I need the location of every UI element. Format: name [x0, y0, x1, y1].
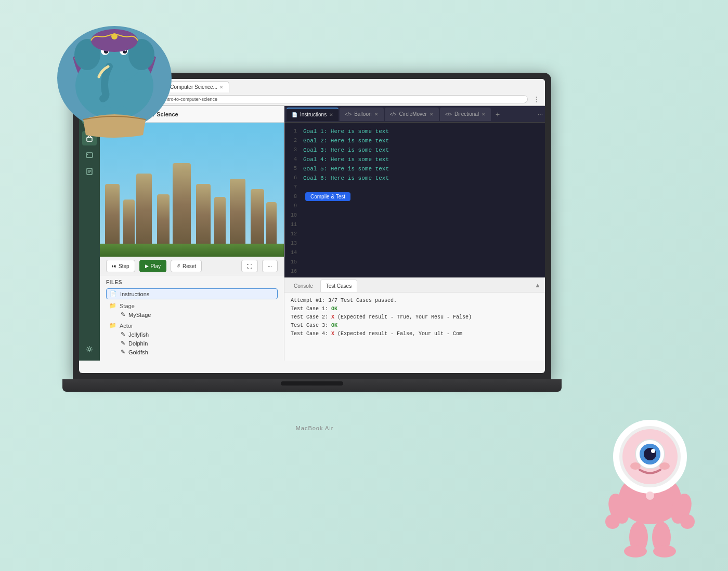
code-line-14: 14 [284, 248, 545, 258]
code-line-9: 9 [284, 202, 545, 211]
directional-tab-icon: </> [445, 112, 452, 117]
step-button[interactable]: ⏭ Step [106, 260, 135, 272]
directional-tab-label: Directional [454, 111, 479, 117]
file-item-dolphin[interactable]: ✎ Dolphin [106, 339, 278, 348]
sidebar-item-book[interactable] [82, 164, 97, 179]
svg-point-22 [651, 449, 655, 453]
line-number: 4 [289, 155, 303, 164]
rock-pillar [266, 202, 277, 246]
editor-tab-more-button[interactable]: ··· [538, 111, 543, 118]
compile-test-button[interactable]: Compile & Test [305, 192, 350, 201]
console-line: Test Case 2: X (Expected result - True, … [291, 313, 539, 322]
play-label: Play [151, 263, 161, 269]
more-options-button[interactable]: ··· [262, 260, 278, 272]
file-section-stage-header[interactable]: 📁 Stage [106, 301, 278, 310]
laptop-notch [281, 381, 343, 386]
file-section-stage: 📁 Stage ✎ MyStage [106, 301, 278, 319]
right-panel: 📄 Instructions ✕ </> Balloon ✕ </> Circl… [284, 106, 545, 361]
jellyfish-edit-icon: ✎ [121, 331, 125, 338]
line-number: 15 [289, 258, 303, 267]
line-content: Goal 6: Here is some text [303, 174, 389, 183]
console-content: Attempt #1: 3/7 Test Cases passed.Test C… [284, 293, 545, 361]
status-fail: X [331, 331, 334, 337]
game-controls: ⏭ Step ▶ Play ↺ Reset ⛶ ··· [100, 257, 284, 275]
reset-button[interactable]: ↺ Reset [171, 260, 202, 272]
goldfsh-edit-icon: ✎ [121, 349, 125, 355]
line-number: 2 [289, 136, 303, 145]
rock-pillar [157, 194, 170, 246]
code-line-4: 4Goal 4: Here is some text [284, 155, 545, 164]
editor-tab-instructions[interactable]: 📄 Instructions ✕ [287, 108, 339, 121]
line-content: Goal 3: Here is some text [303, 145, 389, 155]
line-number: 3 [289, 145, 303, 155]
svg-point-23 [630, 462, 641, 470]
editor-tabs: 📄 Instructions ✕ </> Balloon ✕ </> Circl… [284, 106, 545, 123]
play-button[interactable]: ▶ Play [139, 260, 166, 272]
balloon-tab-close[interactable]: ✕ [374, 112, 379, 117]
console-tab-label: Console [294, 283, 313, 289]
robot-mascot [593, 384, 707, 561]
add-tab-button[interactable]: + [492, 109, 503, 120]
code-line-13: 13 [284, 239, 545, 248]
balloon-tab-label: Balloon [354, 111, 371, 117]
instructions-tab-icon: 📄 [292, 112, 297, 117]
editor-tab-balloon[interactable]: </> Balloon ✕ [340, 108, 383, 121]
file-item-goldfsh[interactable]: ✎ Goldfsh [106, 348, 278, 356]
files-panel: Files 📄 Instructions 📁 Stage ✎ [100, 275, 284, 361]
dolphin-edit-icon: ✎ [121, 340, 125, 347]
mystage-edit-icon: ✎ [121, 311, 125, 318]
testcases-tab-label: Test Cases [326, 283, 352, 289]
fullscreen-button[interactable]: ⛶ [241, 260, 258, 272]
jellyfish-label: Jellyfish [128, 331, 149, 338]
line-number: 13 [289, 239, 303, 248]
step-icon: ⏭ [112, 263, 116, 269]
macbook-label: MacBook Air [296, 425, 334, 431]
instructions-tab-label: Instructions [300, 112, 327, 117]
code-editor[interactable]: 1Goal 1: Here is some text2Goal 2: Here … [284, 123, 545, 277]
editor-tab-circlemover[interactable]: </> CircleMover ✕ [385, 108, 439, 121]
files-header: Files [106, 280, 278, 285]
file-item-jellyfish[interactable]: ✎ Jellyfish [106, 330, 278, 339]
tab-close-button[interactable]: ✕ [219, 85, 224, 90]
line-number: 8 [289, 192, 303, 202]
instructions-tab-close[interactable]: ✕ [329, 112, 333, 117]
console-panel: Console Test Cases ▲ Attempt #1: 3/7 Tes… [284, 277, 545, 361]
line-number: 12 [289, 230, 303, 239]
rock-pillar [196, 184, 211, 246]
rock-pillar [173, 163, 191, 246]
console-tab-console[interactable]: Console [289, 280, 318, 292]
console-tabs: Console Test Cases ▲ [284, 278, 545, 293]
directional-tab-close[interactable]: ✕ [482, 112, 486, 117]
sidebar-item-settings[interactable] [82, 342, 97, 356]
line-number: 5 [289, 164, 303, 174]
svg-rect-36 [86, 153, 93, 157]
actor-folder-icon: 📁 [109, 322, 116, 329]
file-instructions-icon: 📄 [110, 290, 117, 297]
code-line-15: 15 [284, 258, 545, 267]
file-section-actor: 📁 Actor ✎ Jellyfish ✎ Dolphin [106, 321, 278, 356]
line-content: Goal 4: Here is some text [303, 155, 389, 164]
file-item-instructions[interactable]: 📄 Instructions [106, 288, 278, 299]
editor-tab-directional[interactable]: </> Directional ✕ [440, 108, 491, 121]
game-ground [100, 244, 284, 257]
browser-menu-button[interactable]: ⋮ [533, 95, 540, 103]
laptop-base [62, 379, 562, 392]
circlemover-tab-close[interactable]: ✕ [430, 112, 434, 117]
stage-label: Stage [120, 303, 135, 309]
code-line-5: 5Goal 5: Here is some text [284, 164, 545, 174]
svg-point-27 [605, 514, 620, 529]
console-tab-testcases[interactable]: Test Cases [320, 280, 357, 292]
console-scroll-button[interactable]: ▲ [535, 282, 541, 289]
status-fail: X [331, 314, 334, 320]
circlemover-tab-label: CircleMover [399, 111, 427, 117]
line-number: 16 [289, 267, 303, 276]
code-line-12: 12 [284, 230, 545, 239]
file-item-mystage[interactable]: ✎ MyStage [106, 310, 278, 319]
stage-folder-icon: 📁 [109, 302, 116, 309]
status-ok: OK [331, 323, 337, 328]
line-number: 14 [289, 248, 303, 258]
code-line-6: 6Goal 6: Here is some text [284, 174, 545, 183]
line-number: 1 [289, 127, 303, 136]
svg-point-24 [659, 462, 670, 470]
file-section-actor-header[interactable]: 📁 Actor [106, 321, 278, 330]
